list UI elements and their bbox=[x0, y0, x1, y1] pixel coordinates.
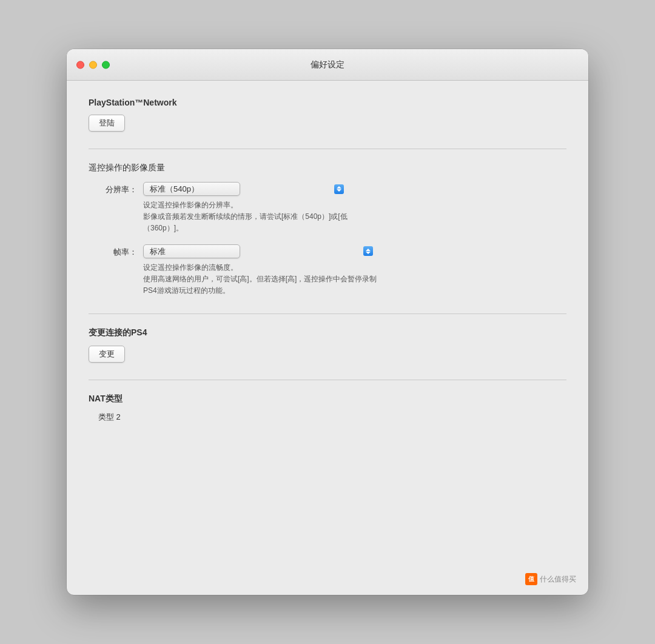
framerate-row: 帧率： 标准 高 设定遥控操作影像的流畅度。 使用高速网络的用户，可尝试[高]。… bbox=[89, 244, 566, 297]
resolution-select[interactable]: 标准（540p） 高（720p） 低（360p） bbox=[143, 182, 240, 196]
resolution-label: 分辨率： bbox=[89, 182, 137, 195]
preferences-window: 偏好设定 PlayStation™Network 登陆 遥控操作的影像质量 分辨… bbox=[67, 49, 588, 595]
title-bar: 偏好设定 bbox=[67, 49, 588, 81]
change-ps4-title: 变更连接的PS4 bbox=[89, 327, 566, 338]
watermark-text: 什么值得买 bbox=[540, 574, 576, 585]
divider-2 bbox=[89, 314, 566, 314]
nat-section: NAT类型 类型 2 bbox=[89, 394, 566, 423]
change-button[interactable]: 变更 bbox=[89, 346, 125, 363]
psn-section-title: PlayStation™Network bbox=[89, 98, 566, 107]
resolution-description: 设定遥控操作影像的分辨率。 影像或音频若发生断断续续的情形，请尝试[标准（540… bbox=[143, 200, 348, 235]
window-title: 偏好设定 bbox=[311, 59, 344, 70]
resolution-select-wrapper: 标准（540p） 高（720p） 低（360p） bbox=[143, 182, 348, 196]
framerate-description: 设定遥控操作影像的流畅度。 使用高速网络的用户，可尝试[高]。但若选择[高]，遥… bbox=[143, 262, 377, 297]
resolution-select-arrow bbox=[334, 184, 344, 194]
change-ps4-section: 变更连接的PS4 变更 bbox=[89, 327, 566, 363]
resolution-control-group: 标准（540p） 高（720p） 低（360p） 设定遥控操作影像的分辨率。 影… bbox=[143, 182, 348, 235]
content-area: PlayStation™Network 登陆 遥控操作的影像质量 分辨率： 标准… bbox=[67, 81, 588, 457]
watermark: 值 什么值得买 bbox=[525, 573, 576, 585]
watermark-icon: 值 bbox=[525, 573, 537, 585]
nat-section-title: NAT类型 bbox=[89, 394, 566, 404]
video-quality-title: 遥控操作的影像质量 bbox=[89, 163, 566, 173]
minimize-button[interactable] bbox=[89, 61, 97, 69]
maximize-button[interactable] bbox=[102, 61, 110, 69]
framerate-select-arrow bbox=[363, 246, 373, 256]
traffic-lights bbox=[76, 61, 110, 69]
nat-value: 类型 2 bbox=[89, 412, 566, 423]
resolution-row: 分辨率： 标准（540p） 高（720p） 低（360p） 设定遥控操作影像的分… bbox=[89, 182, 566, 235]
psn-section: PlayStation™Network 登陆 bbox=[89, 98, 566, 132]
close-button[interactable] bbox=[76, 61, 84, 69]
divider-3 bbox=[89, 380, 566, 380]
framerate-select-wrapper: 标准 高 bbox=[143, 244, 377, 258]
login-button[interactable]: 登陆 bbox=[89, 115, 125, 132]
framerate-control-group: 标准 高 设定遥控操作影像的流畅度。 使用高速网络的用户，可尝试[高]。但若选择… bbox=[143, 244, 377, 297]
divider-1 bbox=[89, 149, 566, 149]
video-quality-section: 遥控操作的影像质量 分辨率： 标准（540p） 高（720p） 低（360p） … bbox=[89, 163, 566, 297]
framerate-select[interactable]: 标准 高 bbox=[143, 244, 240, 258]
framerate-label: 帧率： bbox=[89, 244, 137, 258]
